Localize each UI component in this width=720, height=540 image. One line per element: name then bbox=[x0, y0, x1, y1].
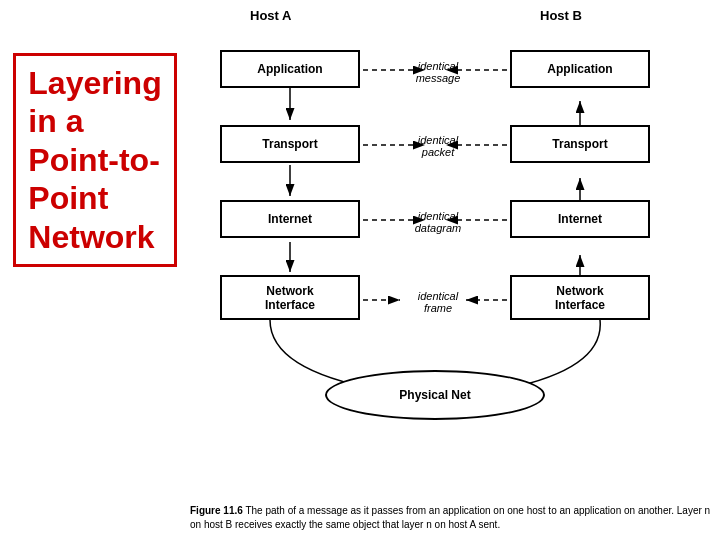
caption-text: The path of a message as it passes from … bbox=[190, 505, 710, 530]
caption-figure-label: Figure 11.6 bbox=[190, 505, 243, 516]
host-b-transport-box: Transport bbox=[510, 125, 650, 163]
title-line2: in a bbox=[28, 103, 83, 139]
host-a-app-box: Application bbox=[220, 50, 360, 88]
mid-label-datagram: identicaldatagram bbox=[408, 210, 468, 234]
host-b-app-box: Application bbox=[510, 50, 650, 88]
host-b-label: Host B bbox=[540, 8, 582, 23]
host-a-label: Host A bbox=[250, 8, 291, 23]
host-a-internet-box: Internet bbox=[220, 200, 360, 238]
title-text: Layering in a Point-to- Point Network bbox=[13, 53, 176, 267]
host-b-internet-box: Internet bbox=[510, 200, 650, 238]
diagram: Host A Host B Application Transport Inte… bbox=[190, 0, 720, 480]
host-a-netif-box: NetworkInterface bbox=[220, 275, 360, 320]
caption: Figure 11.6 The path of a message as it … bbox=[190, 504, 720, 532]
physical-net: Physical Net bbox=[325, 370, 545, 420]
title-line3: Point-to- bbox=[28, 142, 160, 178]
mid-label-message: identicalmessage bbox=[408, 60, 468, 84]
host-a-transport-box: Transport bbox=[220, 125, 360, 163]
title-line1: Layering bbox=[28, 65, 161, 101]
title-line4: Point bbox=[28, 180, 108, 216]
title-block: Layering in a Point-to- Point Network bbox=[0, 30, 190, 290]
host-b-netif-box: NetworkInterface bbox=[510, 275, 650, 320]
mid-label-frame: identicalframe bbox=[408, 290, 468, 314]
mid-label-packet: identicalpacket bbox=[408, 134, 468, 158]
title-line5: Network bbox=[28, 219, 154, 255]
